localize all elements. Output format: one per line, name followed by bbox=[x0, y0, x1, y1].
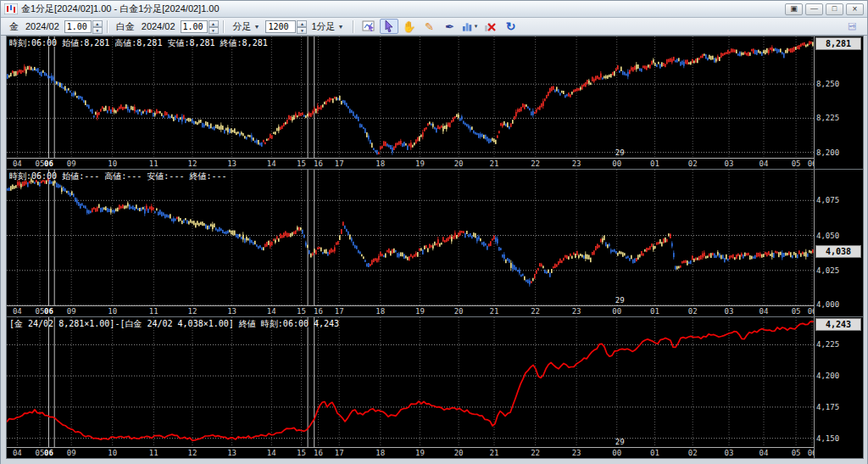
x-axis-label: 03 bbox=[725, 449, 734, 457]
x-axis-label: 22 bbox=[531, 307, 540, 316]
close-button[interactable]: × bbox=[846, 3, 864, 15]
bar-count-stepper[interactable]: ▲▼ bbox=[265, 20, 307, 33]
gold-chart-plot[interactable]: 時刻:06:00 始値:8,281 高値:8,281 安値:8,281 終値:8… bbox=[7, 36, 814, 169]
x-axis-label: 12 bbox=[188, 449, 198, 457]
toolbar-separator bbox=[107, 20, 108, 33]
spread-chart-plot[interactable]: [金 24/02 8,281×1.00]-[白金 24/02 4,038×1.0… bbox=[7, 317, 814, 458]
up-arrow-icon[interactable]: ▲ bbox=[297, 20, 307, 27]
x-axis-label: 17 bbox=[335, 159, 344, 168]
gold-quote-info: 時刻:06:00 始値:8,281 高値:8,281 安値:8,281 終値:8… bbox=[9, 37, 268, 49]
gold-label: 金 bbox=[9, 20, 19, 33]
x-axis-label: 21 bbox=[490, 449, 499, 457]
chevron-down-icon: ▼ bbox=[254, 24, 260, 30]
x-axis-label: 11 bbox=[149, 449, 159, 457]
up-arrow-icon[interactable]: ▲ bbox=[92, 20, 103, 27]
minimize-button[interactable]: — bbox=[805, 3, 823, 15]
x-axis-label: 01 bbox=[650, 307, 659, 316]
popup-window-button[interactable]: ▣ bbox=[785, 3, 803, 15]
chart-select-icon bbox=[362, 20, 376, 32]
x-axis-label: 18 bbox=[376, 449, 385, 457]
y-axis-label: 4,175 bbox=[816, 403, 839, 411]
x-axis-label: 04 bbox=[760, 307, 769, 316]
bar-type-label: 分足 bbox=[233, 20, 252, 33]
x-axis-label: 23 bbox=[572, 159, 581, 168]
down-arrow-icon[interactable]: ▼ bbox=[209, 27, 219, 34]
x-axis-label: 19 bbox=[415, 449, 425, 457]
y-axis-label: 4,225 bbox=[816, 340, 839, 349]
x-axis-label: 05 bbox=[792, 449, 801, 457]
toolbar-separator bbox=[353, 20, 354, 33]
x-axis-label: 06 bbox=[44, 159, 53, 168]
x-axis-label: 05 bbox=[792, 307, 801, 316]
x-axis-label: 18 bbox=[376, 307, 385, 316]
platinum-quote-info: 時刻:06:00 始値:--- 高値:--- 安値:--- 終値:--- bbox=[9, 171, 227, 182]
x-axis-label: 22 bbox=[531, 159, 540, 168]
x-axis-label: 03 bbox=[725, 307, 734, 316]
pencil-tool-button[interactable]: ✎ bbox=[420, 19, 439, 34]
gold-multiplier-arrows[interactable]: ▲▼ bbox=[92, 20, 103, 33]
arrow-cursor-tool-button[interactable] bbox=[380, 19, 398, 34]
gold-multiplier-input[interactable] bbox=[64, 20, 92, 33]
spread-x-axis: 0405060910111213141516171819202122230001… bbox=[7, 447, 814, 458]
bar-count-arrows[interactable]: ▲▼ bbox=[297, 20, 307, 33]
x-axis-label: 19 bbox=[415, 159, 425, 168]
x-axis-label: 16 bbox=[314, 307, 323, 316]
platinum-multiplier-stepper[interactable]: ▲▼ bbox=[181, 20, 219, 33]
date-marker-label: 29 bbox=[615, 438, 625, 446]
up-arrow-icon[interactable]: ▲ bbox=[209, 20, 219, 27]
gold-multiplier-stepper[interactable]: ▲▼ bbox=[64, 20, 103, 33]
x-axis-label: 13 bbox=[227, 449, 236, 457]
y-axis-label: 4,025 bbox=[816, 266, 839, 275]
platinum-chart-plot[interactable]: 時刻:06:00 始値:--- 高値:--- 安値:--- 終値:--- 290… bbox=[7, 170, 814, 316]
spread-quote-info: [金 24/02 8,281×1.00]-[白金 24/02 4,038×1.0… bbox=[9, 318, 339, 330]
x-axis-label: 10 bbox=[108, 449, 117, 457]
delete-chart-button[interactable] bbox=[481, 19, 500, 34]
platinum-multiplier-arrows[interactable]: ▲▼ bbox=[209, 20, 219, 33]
x-axis-label: 13 bbox=[227, 307, 236, 316]
hand-tool-button[interactable]: ✋ bbox=[400, 19, 419, 34]
settings-button[interactable]: ⚿ bbox=[843, 19, 861, 34]
x-axis-label: 23 bbox=[572, 449, 581, 457]
wrench-icon: ⚿ bbox=[846, 22, 858, 30]
down-arrow-icon[interactable]: ▼ bbox=[92, 27, 103, 34]
y-axis-label: 4,075 bbox=[816, 196, 839, 204]
title-bar[interactable]: 金1分足[2024/02]1.00 - 白金1分足[2024/02]1.00 ▣… bbox=[1, 1, 867, 18]
x-axis-label: 11 bbox=[149, 307, 159, 316]
x-axis-label: 06 bbox=[808, 449, 814, 457]
x-axis-label: 04 bbox=[13, 159, 22, 168]
x-axis-label: 14 bbox=[267, 159, 276, 168]
refresh-button[interactable]: ↻ bbox=[502, 19, 520, 34]
x-axis-label: 02 bbox=[688, 307, 698, 316]
platinum-current-price: 4,038 bbox=[815, 245, 861, 258]
y-axis-label: 4,200 bbox=[816, 372, 839, 380]
interval-dropdown[interactable]: 1分足 ▼ bbox=[307, 19, 348, 35]
x-axis-label: 20 bbox=[454, 449, 464, 457]
down-arrow-icon[interactable]: ▼ bbox=[297, 27, 307, 34]
chart-type-button[interactable]: ▼ bbox=[461, 19, 480, 34]
x-axis-label: 06 bbox=[44, 449, 53, 457]
x-axis-label: 03 bbox=[725, 159, 734, 168]
maximize-button[interactable]: □ bbox=[826, 3, 843, 15]
x-axis-label: 00 bbox=[612, 159, 621, 168]
x-axis-label: 05 bbox=[36, 307, 45, 316]
x-axis-label: 04 bbox=[13, 449, 22, 457]
x-axis-label: 13 bbox=[227, 159, 236, 168]
x-axis-label: 04 bbox=[760, 449, 769, 457]
x-axis-label: 15 bbox=[297, 159, 306, 168]
bar-type-dropdown[interactable]: 分足 ▼ bbox=[229, 19, 264, 35]
bar-count-input[interactable] bbox=[265, 20, 296, 33]
bar-chart-icon bbox=[462, 21, 474, 32]
delete-chart-icon bbox=[484, 21, 497, 32]
pen-tool-button[interactable]: ✒ bbox=[441, 19, 459, 34]
x-axis-label: 19 bbox=[415, 307, 425, 316]
arrow-cursor-icon bbox=[384, 20, 394, 32]
x-axis-label: 17 bbox=[335, 307, 344, 316]
x-axis-label: 11 bbox=[149, 159, 159, 168]
x-axis-label: 05 bbox=[36, 449, 45, 457]
date-marker-label: 29 bbox=[615, 148, 625, 157]
window-frame-bottom bbox=[6, 459, 864, 464]
chart-select-tool-button[interactable] bbox=[359, 19, 378, 34]
platinum-multiplier-input[interactable] bbox=[181, 20, 208, 33]
x-axis-label: 22 bbox=[531, 449, 540, 457]
charts-region: 時刻:06:00 始値:8,281 高値:8,281 安値:8,281 終値:8… bbox=[1, 36, 867, 464]
